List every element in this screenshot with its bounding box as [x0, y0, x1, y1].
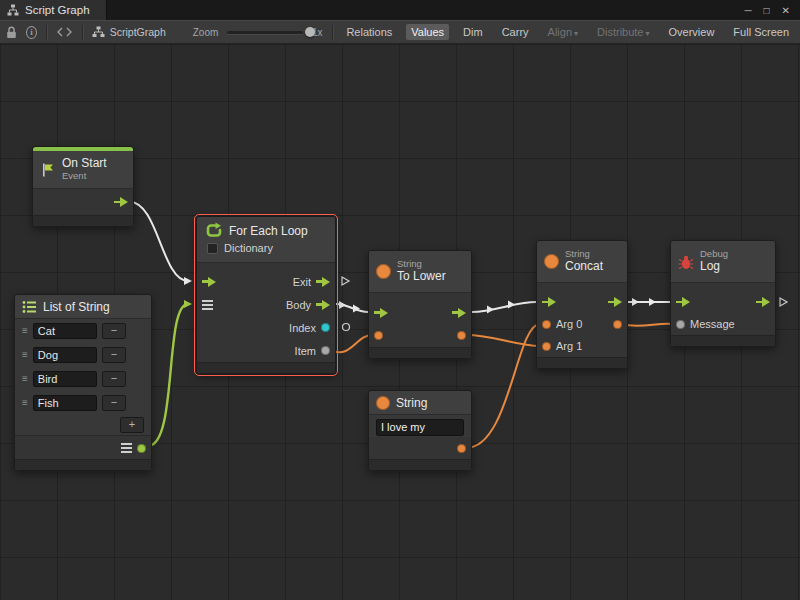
control-output-port[interactable] [452, 308, 466, 318]
arg0-input-port[interactable] [542, 320, 551, 329]
control-input-port[interactable] [202, 277, 216, 287]
node-string-concat[interactable]: String Concat Arg 0 Arg [536, 240, 628, 369]
node-footer [15, 459, 151, 470]
message-label: Message [690, 318, 735, 330]
toolbar-separator [46, 25, 47, 40]
node-string-literal[interactable]: String [368, 390, 472, 471]
info-icon[interactable]: i [26, 26, 37, 39]
bug-icon [678, 254, 694, 270]
list-item-input[interactable] [33, 323, 97, 339]
node-title: To Lower [397, 270, 446, 284]
list-item-row: ≡ − [15, 319, 151, 343]
angle-brackets-icon[interactable] [56, 27, 73, 37]
maximize-button[interactable]: □ [764, 5, 770, 16]
align-dropdown[interactable]: Align▾ [543, 24, 583, 40]
list-output-port[interactable] [137, 444, 146, 453]
dictionary-checkbox[interactable] [207, 243, 218, 254]
remove-item-button[interactable]: − [102, 347, 126, 363]
window-tab[interactable]: Script Graph [0, 0, 107, 20]
node-title: String [396, 396, 427, 410]
drag-handle-icon[interactable]: ≡ [22, 374, 28, 384]
list-port-icon [121, 443, 132, 453]
string-input-port[interactable] [374, 331, 383, 340]
message-input-port[interactable] [676, 320, 685, 329]
control-input-port[interactable] [542, 297, 556, 307]
scriptgraph-icon [92, 26, 105, 38]
remove-item-button[interactable]: − [102, 371, 126, 387]
control-input-port[interactable] [676, 297, 690, 307]
graph-toolbar: i ScriptGraph Zoom 1x Relations Values D… [0, 20, 800, 44]
node-title: Concat [565, 260, 603, 274]
list-item-row: ≡ − [15, 391, 151, 415]
control-output-port[interactable] [756, 297, 770, 307]
list-item-row: ≡ − [15, 343, 151, 367]
add-item-button[interactable]: + [120, 417, 144, 433]
string-type-icon [376, 264, 391, 279]
zoom-slider-track[interactable] [227, 31, 303, 34]
node-footer [369, 459, 471, 470]
node-title: List of String [43, 300, 110, 314]
drag-handle-icon[interactable]: ≡ [22, 350, 28, 360]
zoom-slider[interactable] [227, 26, 303, 38]
node-title: On Start [62, 157, 107, 171]
list-icon [22, 300, 37, 314]
dim-button[interactable]: Dim [458, 24, 488, 40]
node-debug-log[interactable]: Debug Log Message [670, 240, 776, 347]
exit-port-label: Exit [293, 276, 311, 288]
title-bar: Script Graph ─ □ ✕ [0, 0, 800, 20]
node-list-of-string[interactable]: List of String ≡ − ≡ − ≡ − ≡ − + [14, 294, 152, 471]
control-output-port[interactable] [114, 197, 128, 207]
node-subtitle: Event [62, 171, 107, 182]
result-output-port[interactable] [613, 320, 622, 329]
item-output-port[interactable] [321, 346, 330, 355]
node-footer [369, 347, 471, 358]
overview-button[interactable]: Overview [664, 24, 720, 40]
minimize-button[interactable]: ─ [744, 5, 751, 16]
index-output-port[interactable] [321, 323, 330, 332]
toolbar-separator [332, 25, 333, 40]
distribute-dropdown[interactable]: Distribute▾ [592, 24, 654, 40]
exit-output-port[interactable] [316, 277, 330, 287]
list-item-row: ≡ − [15, 367, 151, 391]
dictionary-label: Dictionary [224, 242, 273, 254]
fullscreen-button[interactable]: Full Screen [728, 24, 794, 40]
values-button[interactable]: Values [406, 24, 449, 40]
control-input-port[interactable] [374, 308, 388, 318]
lock-icon[interactable] [6, 26, 17, 39]
list-item-input[interactable] [33, 371, 97, 387]
close-button[interactable]: ✕ [782, 5, 790, 16]
body-port-label: Body [286, 299, 311, 311]
script-graph-window: Script Graph ─ □ ✕ i [0, 0, 800, 600]
arg0-label: Arg 0 [556, 318, 582, 330]
node-for-each-loop[interactable]: For Each Loop Dictionary Exit Body [196, 216, 336, 374]
list-item-input[interactable] [33, 347, 97, 363]
graph-name-label[interactable]: ScriptGraph [110, 26, 166, 38]
toolbar-separator [82, 25, 83, 40]
string-value-input[interactable] [376, 419, 464, 436]
flag-icon [40, 162, 56, 178]
zoom-label: Zoom [193, 27, 219, 38]
node-footer [671, 335, 775, 346]
control-output-port[interactable] [608, 297, 622, 307]
arg1-input-port[interactable] [542, 342, 551, 351]
chevron-down-icon: ▾ [646, 29, 650, 38]
graph-tab-icon [7, 4, 19, 16]
drag-handle-icon[interactable]: ≡ [22, 326, 28, 336]
remove-item-button[interactable]: − [102, 395, 126, 411]
loop-icon [205, 222, 223, 239]
node-on-start[interactable]: On Start Event [32, 146, 134, 227]
list-item-input[interactable] [33, 395, 97, 411]
carry-button[interactable]: Carry [497, 24, 534, 40]
remove-item-button[interactable]: − [102, 323, 126, 339]
body-output-port[interactable] [316, 300, 330, 310]
drag-handle-icon[interactable]: ≡ [22, 398, 28, 408]
string-output-port[interactable] [457, 444, 466, 453]
string-output-port[interactable] [457, 331, 466, 340]
node-title: For Each Loop [229, 224, 308, 238]
list-input-port[interactable] [202, 300, 213, 310]
node-footer [537, 357, 627, 368]
tab-title: Script Graph [25, 4, 90, 16]
relations-button[interactable]: Relations [341, 24, 397, 40]
node-footer [197, 362, 335, 373]
node-string-to-lower[interactable]: String To Lower [368, 250, 472, 359]
